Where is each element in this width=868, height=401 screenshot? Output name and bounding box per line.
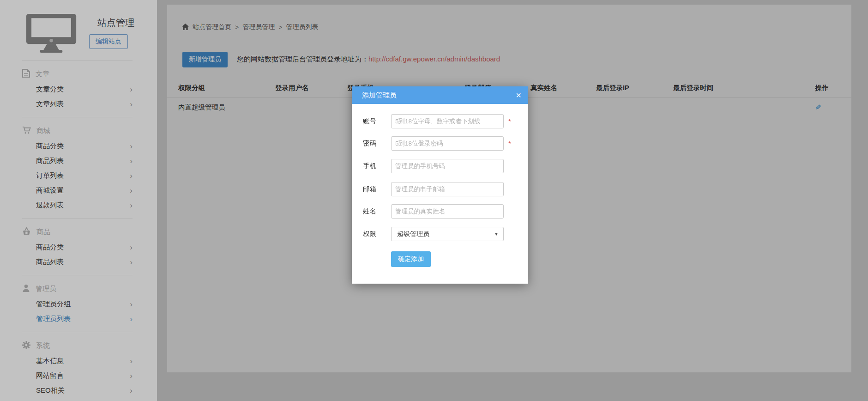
- permission-select-value: 超级管理员: [397, 230, 429, 238]
- name-label: 姓名: [363, 207, 391, 216]
- close-icon[interactable]: ×: [516, 91, 521, 100]
- required-asterisk: *: [508, 118, 511, 125]
- form-row-password: 密码 *: [363, 136, 511, 151]
- required-asterisk: *: [508, 140, 511, 147]
- email-label: 邮箱: [363, 185, 391, 194]
- phone-input[interactable]: [391, 159, 504, 173]
- permission-select[interactable]: 超级管理员 ▼: [391, 227, 504, 241]
- password-label: 密码: [363, 139, 391, 148]
- form-row-name: 姓名: [363, 204, 504, 219]
- email-input[interactable]: [391, 182, 504, 196]
- form-row-permission: 权限 超级管理员 ▼: [363, 227, 504, 241]
- phone-label: 手机: [363, 162, 391, 170]
- form-row-email: 邮箱: [363, 182, 504, 196]
- modal-title: 添加管理员: [362, 91, 397, 100]
- add-admin-modal: 添加管理员 × 账号 * 密码 * 手机 邮箱 姓名 权限 超级管理员 ▼ 确定…: [352, 86, 528, 284]
- permission-label: 权限: [363, 230, 391, 238]
- name-input[interactable]: [391, 204, 504, 219]
- confirm-add-button[interactable]: 确定添加: [391, 251, 431, 267]
- modal-header: 添加管理员 ×: [352, 86, 528, 104]
- account-input[interactable]: [391, 114, 504, 128]
- select-arrow-icon: ▼: [494, 231, 499, 237]
- password-input[interactable]: [391, 136, 504, 151]
- form-row-phone: 手机: [363, 159, 504, 173]
- form-row-account: 账号 *: [363, 114, 511, 128]
- account-label: 账号: [363, 117, 391, 126]
